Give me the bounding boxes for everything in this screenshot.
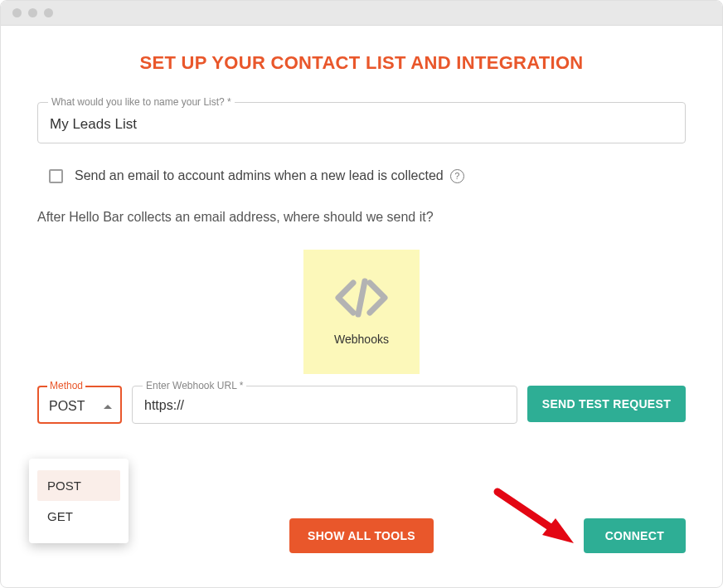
pointer-arrow-icon — [491, 485, 582, 555]
window-control-close[interactable] — [12, 8, 22, 17]
svg-marker-2 — [542, 518, 574, 543]
webhook-url-input[interactable] — [144, 398, 507, 413]
webhook-url-field[interactable]: Enter Webhook URL * — [132, 386, 517, 424]
integration-tile-label: Webhooks — [334, 333, 389, 346]
main-content: SET UP YOUR CONTACT LIST AND INTEGRATION… — [1, 26, 722, 505]
admin-email-label-text: Send an email to account admins when a n… — [75, 168, 444, 183]
page-title: SET UP YOUR CONTACT LIST AND INTEGRATION — [37, 52, 686, 74]
app-window: SET UP YOUR CONTACT LIST AND INTEGRATION… — [0, 0, 723, 588]
list-name-label: What would you like to name your List? * — [48, 96, 235, 108]
window-control-zoom[interactable] — [44, 8, 53, 17]
show-all-tools-button[interactable]: SHOW ALL TOOLS — [289, 518, 434, 553]
webhook-config-row: Method POST Enter Webhook URL * SEND TES… — [37, 386, 686, 424]
list-name-field[interactable]: What would you like to name your List? * — [37, 102, 686, 143]
method-value: POST — [49, 399, 85, 414]
method-option-get[interactable]: GET — [37, 501, 120, 532]
help-icon[interactable]: ? — [450, 169, 464, 183]
send-test-button[interactable]: SEND TEST REQUEST — [527, 386, 686, 422]
svg-line-1 — [497, 492, 556, 531]
connect-button[interactable]: CONNECT — [584, 518, 686, 553]
destination-prompt: After Hello Bar collects an email addres… — [37, 210, 686, 225]
svg-line-0 — [358, 281, 365, 314]
admin-email-checkbox[interactable] — [49, 169, 63, 183]
method-dropdown[interactable]: POST GET — [29, 459, 129, 543]
list-name-input[interactable] — [50, 116, 673, 133]
bottom-actions-row: SHOW ALL TOOLS CONNECT — [37, 439, 686, 488]
window-titlebar — [1, 1, 722, 26]
webhook-url-label: Enter Webhook URL * — [143, 380, 246, 391]
method-option-post[interactable]: POST — [37, 470, 120, 501]
admin-email-label: Send an email to account admins when a n… — [75, 168, 464, 183]
caret-up-icon — [104, 405, 112, 409]
admin-email-row: Send an email to account admins when a n… — [37, 163, 686, 188]
integration-tile-webhooks[interactable]: Webhooks — [303, 250, 420, 374]
window-control-minimize[interactable] — [28, 8, 37, 17]
code-icon — [335, 278, 388, 318]
method-select[interactable]: Method POST — [37, 386, 122, 424]
method-label: Method — [47, 380, 85, 391]
